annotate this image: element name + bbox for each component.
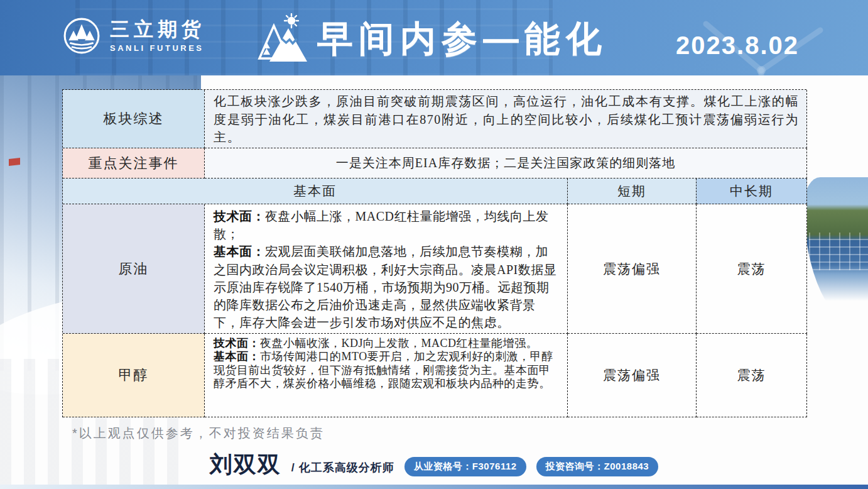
report-table: 板块综述 化工板块涨少跌多，原油目前突破前期震荡区间，高位运行，油化工成本有支撑…	[62, 89, 806, 417]
company-logo: 三立期货 SANLI FUTURES	[63, 17, 205, 55]
column-header-mid-long-term: 中长期	[697, 179, 807, 204]
mountain-logo-icon	[63, 17, 100, 55]
summary-label-cell: 板块综述	[63, 90, 205, 148]
tech-text: 夜盘小幅收涨，KDJ向上发散，MACD红柱量能增强。	[260, 337, 538, 349]
red-flag-decoration	[9, 158, 20, 166]
column-header-short-term: 短期	[568, 179, 697, 204]
footer: 刘双双 / 化工系高级分析师 从业资格号：F3076112 投资咨询号：Z001…	[0, 448, 868, 481]
analyst-name: 刘双双	[210, 449, 281, 480]
crude-oil-mid-long-term-cell: 震荡	[697, 204, 807, 334]
fund-label: 基本面：	[214, 350, 260, 363]
solar-panel-photo-decoration	[804, 177, 868, 328]
methanol-label-cell: 甲醇	[63, 334, 205, 417]
events-label-cell: 重点关注事件	[63, 148, 205, 179]
mountain-sun-icon	[254, 13, 308, 63]
crude-oil-short-term-cell: 震荡偏强	[568, 204, 697, 334]
bottom-gradient-strip	[0, 485, 868, 489]
qualification-badge: 从业资格号：F3076112	[404, 457, 526, 476]
page-title: 早间内参—能化	[317, 10, 607, 67]
fund-text: 宏观层面美联储加息落地，后续加息节奏模糊，加之国内政治局会议定调积极，利好大宗商…	[214, 245, 556, 329]
crude-oil-content-cell: 技术面：夜盘小幅上涨，MACD红柱量能增强，均线向上发散； 基本面：宏观层面美联…	[205, 204, 568, 334]
analyst-role: / 化工系高级分析师	[291, 460, 394, 475]
events-content-cell: 一是关注本周EIA库存数据；二是关注国家政策的细则落地	[205, 148, 807, 179]
logo-name: 三立期货	[110, 19, 205, 39]
consulting-badge: 投资咨询号：Z0018843	[536, 457, 659, 476]
tech-label: 技术面：	[214, 337, 260, 349]
summary-content-cell: 化工板块涨少跌多，原油目前突破前期震荡区间，高位运行，油化工成本有支撑。煤化工上…	[205, 90, 807, 148]
disclaimer-text: *以上观点仅供参考，不对投资结果负责	[72, 425, 325, 442]
column-header-fundamentals: 基本面	[63, 179, 568, 204]
methanol-mid-long-term-cell: 震荡	[697, 334, 807, 417]
logo-subtitle: SANLI FUTURES	[110, 44, 205, 52]
crude-oil-label-cell: 原油	[63, 204, 205, 334]
report-page: 三立期货 SANLI FUTURES	[0, 0, 868, 489]
header-banner: 三立期货 SANLI FUTURES	[0, 0, 868, 75]
fund-text: 市场传闻港口的MTO要开启，加之宏观利好的刺激，甲醇现货目前出货较好，但下游有抵…	[214, 350, 553, 390]
methanol-content-cell: 技术面：夜盘小幅收涨，KDJ向上发散，MACD红柱量能增强。 基本面：市场传闻港…	[205, 334, 568, 417]
methanol-short-term-cell: 震荡偏强	[568, 334, 697, 417]
tech-label: 技术面：	[214, 209, 265, 223]
report-date: 2023.8.02	[676, 31, 799, 60]
fund-label: 基本面：	[214, 245, 265, 258]
